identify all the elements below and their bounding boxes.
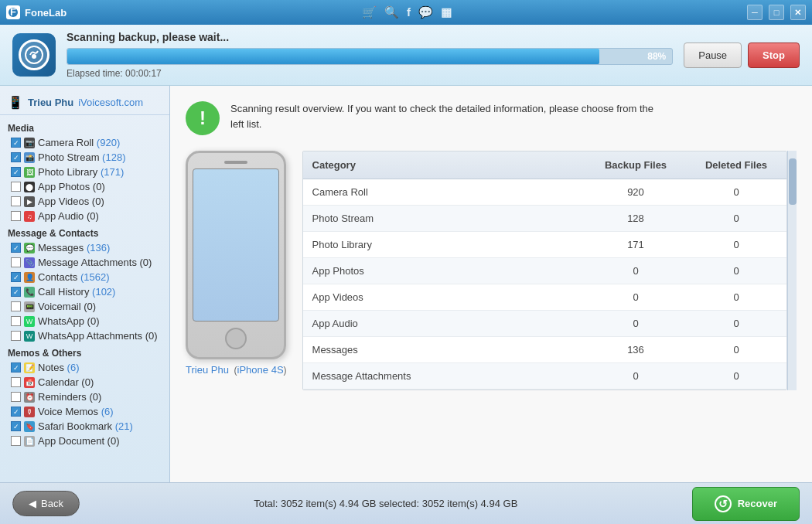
sidebar-item-msg-attachments[interactable]: 📎 Message Attachments (0) (0, 255, 169, 270)
checkbox-camera-roll[interactable] (11, 138, 21, 148)
stop-button[interactable]: Stop (748, 43, 800, 68)
cell-category: Message Attachments (303, 363, 585, 389)
app-doc-icon: 📄 (24, 436, 35, 447)
checkbox-whatsapp[interactable] (11, 316, 21, 326)
cell-category: Photo Stream (303, 206, 585, 231)
whatsapp-icon: W (24, 316, 35, 327)
checkbox-reminders[interactable] (11, 392, 21, 402)
voice-memos-icon: 🎙 (24, 407, 35, 417)
reminders-label: Reminders (0) (38, 391, 101, 403)
recover-button[interactable]: ↺ Recover (692, 487, 800, 521)
phone-model: iPhone 4S (237, 364, 284, 376)
sidebar-item-contacts[interactable]: 👤 Contacts (1562) (0, 270, 169, 284)
cell-backup: 0 (585, 284, 686, 310)
top-buttons: Pause Stop (684, 43, 800, 68)
cell-backup: 920 (585, 179, 686, 205)
table-row[interactable]: App Photos 0 0 (303, 258, 786, 284)
checkbox-voice-memos[interactable] (11, 407, 21, 417)
back-arrow-icon: ◀ (29, 498, 36, 509)
checkbox-notes[interactable] (11, 362, 21, 373)
calendar-label: Calendar (0) (38, 376, 94, 388)
table-header: Category Backup Files Deleted Files (303, 151, 786, 179)
checkbox-safari[interactable] (11, 421, 21, 431)
stream-icon: 📸 (24, 152, 35, 163)
sidebar-item-safari[interactable]: 🔖 Safari Bookmark (21) (0, 419, 169, 434)
app-icon: F (6, 5, 20, 19)
checkbox-call-history[interactable] (11, 287, 21, 297)
checkbox-voicemail[interactable] (11, 301, 21, 311)
sidebar-item-app-doc[interactable]: 📄 App Document (0) (0, 434, 169, 448)
sidebar-item-app-videos[interactable]: ▶ App Videos (0) (0, 194, 169, 209)
checkbox-photo-library[interactable] (11, 167, 21, 177)
checkbox-messages[interactable] (11, 243, 21, 253)
checkbox-whatsapp-att[interactable] (11, 331, 21, 341)
table-row[interactable]: Photo Library 171 0 (303, 232, 786, 258)
table-row[interactable]: Message Attachments 0 0 (303, 363, 786, 390)
app-title: FoneLab (25, 7, 67, 19)
sidebar-item-whatsapp[interactable]: W WhatsApp (0) (0, 314, 169, 328)
sidebar-item-app-audio[interactable]: ♫ App Audio (0) (0, 209, 169, 223)
table-row[interactable]: Camera Roll 920 0 (303, 179, 786, 206)
sidebar-item-photo-library[interactable]: 🖼 Photo Library (171) (0, 165, 169, 179)
sidebar-item-call-history[interactable]: 📞 Call History (102) (0, 284, 169, 299)
data-table: Category Backup Files Deleted Files Came… (302, 151, 787, 390)
sidebar-item-messages[interactable]: 💬 Messages (136) (0, 240, 169, 255)
table-row[interactable]: App Audio 0 0 (303, 311, 786, 337)
checkbox-app-photos[interactable] (11, 182, 21, 192)
safari-icon: 🔖 (24, 421, 35, 432)
main-content: 📱 Trieu Phu iVoicesoft.com Media 📷 Camer… (0, 86, 812, 482)
checkbox-app-videos[interactable] (11, 196, 21, 206)
call-history-label: Call History (102) (38, 286, 115, 298)
cell-deleted: 0 (686, 311, 786, 336)
back-button[interactable]: ◀ Back (12, 491, 80, 516)
search-icon[interactable]: 🔍 (384, 5, 399, 19)
facebook-icon[interactable]: f (407, 5, 411, 19)
grid-icon[interactable]: ▦ (441, 5, 452, 19)
messages-label: Messages (136) (38, 242, 110, 253)
sidebar-item-photo-stream[interactable]: 📸 Photo Stream (128) (0, 150, 169, 165)
svg-point-3 (32, 54, 36, 59)
table-row[interactable]: Photo Stream 128 0 (303, 206, 786, 232)
checkbox-app-audio[interactable] (11, 211, 21, 221)
checkbox-calendar[interactable] (11, 377, 21, 387)
scroll-track[interactable] (787, 151, 797, 390)
sidebar-item-notes[interactable]: 📝 Notes (6) (0, 360, 169, 375)
messages-icon: 💬 (24, 243, 35, 253)
app-logo (12, 33, 56, 77)
scroll-thumb[interactable] (789, 158, 797, 205)
close-button[interactable]: ✕ (790, 5, 806, 20)
sidebar: 📱 Trieu Phu iVoicesoft.com Media 📷 Camer… (0, 86, 170, 482)
device-email: iVoicesoft.com (78, 97, 143, 108)
cart-icon[interactable]: 🛒 (362, 5, 377, 19)
top-bar: Scanning backup, please wait... 88% Elap… (0, 25, 812, 86)
checkbox-contacts[interactable] (11, 272, 21, 282)
checkbox-msg-attachments[interactable] (11, 257, 21, 267)
sidebar-item-calendar[interactable]: 📅 Calendar (0) (0, 375, 169, 390)
table-wrapper: Category Backup Files Deleted Files Came… (302, 151, 797, 390)
window-controls: ─ □ ✕ (747, 5, 806, 20)
cell-backup: 136 (585, 337, 686, 362)
sidebar-item-whatsapp-att[interactable]: W WhatsApp Attachments (0) (0, 328, 169, 343)
phone-speaker (224, 161, 247, 164)
library-icon: 🖼 (24, 167, 35, 178)
sidebar-item-app-photos[interactable]: ⬤ App Photos (0) (0, 179, 169, 194)
pause-button[interactable]: Pause (684, 43, 742, 68)
scan-overview: ! Scanning result overview. If you want … (186, 101, 797, 135)
voicemail-label: Voicemail (0) (38, 301, 96, 312)
maximize-button[interactable]: □ (769, 5, 784, 20)
checkbox-photo-stream[interactable] (11, 152, 21, 162)
cell-backup: 0 (585, 258, 686, 284)
app-doc-label: App Document (0) (38, 435, 120, 447)
message-icon[interactable]: 💬 (418, 5, 433, 19)
cell-backup: 128 (585, 206, 686, 231)
sidebar-item-voicemail[interactable]: 📟 Voicemail (0) (0, 299, 169, 314)
table-row[interactable]: App Videos 0 0 (303, 284, 786, 311)
sidebar-item-camera-roll[interactable]: 📷 Camera Roll (920) (0, 135, 169, 150)
minimize-button[interactable]: ─ (747, 5, 763, 20)
table-row[interactable]: Messages 136 0 (303, 337, 786, 363)
col-deleted: Deleted Files (686, 151, 786, 179)
sidebar-item-reminders[interactable]: ⏰ Reminders (0) (0, 390, 169, 404)
sidebar-item-voice-memos[interactable]: 🎙 Voice Memos (6) (0, 404, 169, 419)
checkbox-app-doc[interactable] (11, 436, 21, 446)
recover-label: Recover (738, 498, 777, 509)
